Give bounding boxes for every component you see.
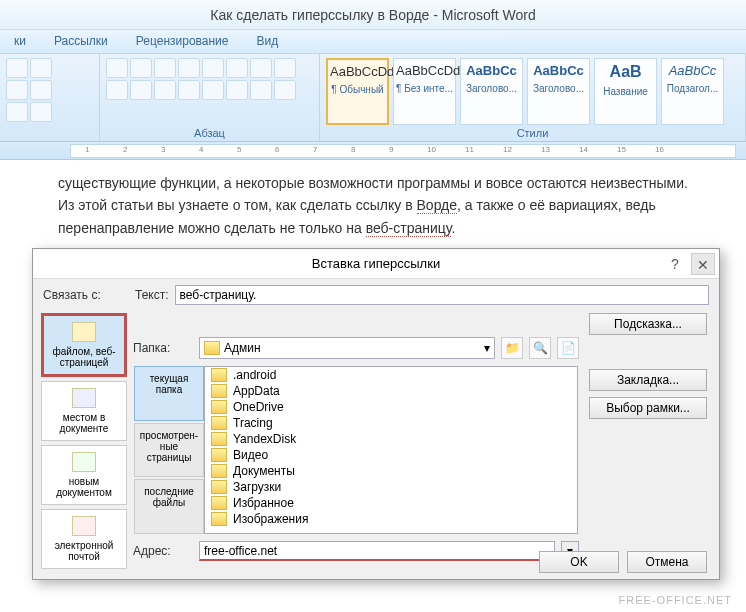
file-name: Видео [233, 448, 268, 462]
paragraph-dialog-button[interactable] [274, 58, 296, 78]
file-name: Избранное [233, 496, 294, 510]
justify-button[interactable] [178, 80, 200, 100]
linkto-email[interactable]: электронной почтой [41, 509, 127, 569]
indent-left-button[interactable] [178, 58, 200, 78]
sort-button[interactable] [226, 58, 248, 78]
ok-button[interactable]: OK [539, 551, 619, 573]
indent-right-button[interactable] [202, 58, 224, 78]
file-item[interactable]: Изображения [205, 511, 577, 527]
document-body[interactable]: существующие функции, а некоторые возмож… [0, 160, 746, 251]
up-folder-button[interactable]: 📁 [501, 337, 523, 359]
file-item[interactable]: .android [205, 367, 577, 383]
address-input[interactable] [199, 541, 555, 561]
folder-icon [211, 400, 227, 414]
file-item[interactable]: Видео [205, 447, 577, 463]
browse-tab-recent[interactable]: последние файлы [134, 479, 204, 534]
ruler-tick: 16 [655, 145, 664, 154]
text-input[interactable] [175, 285, 709, 305]
style-title[interactable]: АаВНазвание [594, 58, 657, 125]
linkto-file-web[interactable]: файлом, веб-страницей [41, 313, 127, 377]
file-item[interactable]: Документы [205, 463, 577, 479]
tab-view[interactable]: Вид [242, 30, 292, 53]
file-list[interactable]: .androidAppDataOneDriveTracingYandexDisk… [204, 366, 578, 534]
font-color-button[interactable] [30, 80, 52, 100]
browse-web-button[interactable]: 🔍 [529, 337, 551, 359]
dialog-titlebar[interactable]: Вставка гиперссылки ? ✕ [33, 249, 719, 279]
line-spacing-button[interactable] [202, 80, 224, 100]
style-subtitle[interactable]: AaBbCcПодзагол... [661, 58, 724, 125]
file-item[interactable]: AppData [205, 383, 577, 399]
shrink-font-button[interactable] [30, 58, 52, 78]
file-name: Tracing [233, 416, 273, 430]
char-case-button[interactable] [6, 102, 28, 122]
watermark: FREE-OFFICE.NET [619, 594, 732, 606]
file-name: .android [233, 368, 276, 382]
address-label: Адрес: [133, 544, 193, 558]
doc-text-2b: Ворде [417, 197, 458, 214]
file-item[interactable]: OneDrive [205, 399, 577, 415]
align-right-button[interactable] [154, 80, 176, 100]
close-button[interactable]: ✕ [691, 253, 715, 275]
window-title: Как сделать гиперссылку в Ворде - Micros… [0, 0, 746, 30]
doc-text-2c: , а также о её вариациях, ведь [457, 197, 656, 213]
link-to-panel: файлом, веб-страницей местом в документе… [41, 313, 127, 573]
align-left-button[interactable] [106, 80, 128, 100]
tab-mailings[interactable]: Рассылки [40, 30, 122, 53]
multilevel-button[interactable] [154, 58, 176, 78]
clear-format-button[interactable] [30, 102, 52, 122]
doc-text-1: существующие функции, а некоторые возмож… [58, 175, 688, 191]
linkto-new-doc[interactable]: новым документом [41, 445, 127, 505]
shading-button[interactable] [226, 80, 248, 100]
align-center-button[interactable] [130, 80, 152, 100]
doc-text-3b: веб-страницу [366, 220, 452, 237]
file-item[interactable]: Загрузки [205, 479, 577, 495]
file-item[interactable]: Tracing [205, 415, 577, 431]
more-paragraph-button[interactable] [274, 80, 296, 100]
show-marks-button[interactable] [250, 58, 272, 78]
folder-icon [211, 480, 227, 494]
grow-font-button[interactable] [6, 58, 28, 78]
browse-tab-current[interactable]: текущая папка [134, 366, 204, 421]
new-doc-icon [72, 452, 96, 472]
text-label: Текст: [135, 288, 169, 302]
borders-button[interactable] [250, 80, 272, 100]
ruler-tick: 13 [541, 145, 550, 154]
doc-text-3a: перенаправление можно сделать не только … [58, 220, 366, 236]
ruler[interactable]: 12345678910111213141516 [0, 142, 746, 160]
tab-ki[interactable]: ки [0, 30, 40, 53]
file-item[interactable]: Избранное [205, 495, 577, 511]
ruler-tick: 9 [389, 145, 393, 154]
numbering-button[interactable] [130, 58, 152, 78]
chevron-down-icon: ▾ [484, 341, 490, 355]
ruler-tick: 7 [313, 145, 317, 154]
help-button[interactable]: ? [663, 253, 687, 275]
style-heading1[interactable]: AaBbCcЗаголово... [460, 58, 523, 125]
style-heading2[interactable]: AaBbCcЗаголово... [527, 58, 590, 125]
file-item[interactable]: YandexDisk [205, 431, 577, 447]
folder-icon [211, 384, 227, 398]
bullets-button[interactable] [106, 58, 128, 78]
hint-button[interactable]: Подсказка... [589, 313, 707, 335]
browse-file-button[interactable]: 📄 [557, 337, 579, 359]
ruler-tick: 2 [123, 145, 127, 154]
ruler-tick: 10 [427, 145, 436, 154]
folder-dropdown[interactable]: Админ ▾ [199, 337, 495, 359]
target-frame-button[interactable]: Выбор рамки... [589, 397, 707, 419]
dialog-title-text: Вставка гиперссылки [312, 256, 440, 271]
cancel-button[interactable]: Отмена [627, 551, 707, 573]
style-no-spacing[interactable]: AaBbCcDd¶ Без инте... [393, 58, 456, 125]
folder-icon [211, 448, 227, 462]
linkto-place-doc[interactable]: местом в документе [41, 381, 127, 441]
highlight-button[interactable] [6, 80, 28, 100]
bookmark-button[interactable]: Закладка... [589, 369, 707, 391]
insert-hyperlink-dialog: Вставка гиперссылки ? ✕ Связать с: Текст… [32, 248, 720, 580]
folder-icon [211, 464, 227, 478]
tab-review[interactable]: Рецензирование [122, 30, 243, 53]
file-name: Документы [233, 464, 295, 478]
ruler-tick: 15 [617, 145, 626, 154]
ribbon: Абзац AaBbCcDd¶ Обычный AaBbCcDd¶ Без ин… [0, 54, 746, 142]
folder-icon [211, 368, 227, 382]
file-name: Изображения [233, 512, 308, 526]
browse-tab-browsed[interactable]: просмотрен-ные страницы [134, 423, 204, 478]
style-normal[interactable]: AaBbCcDd¶ Обычный [326, 58, 389, 125]
